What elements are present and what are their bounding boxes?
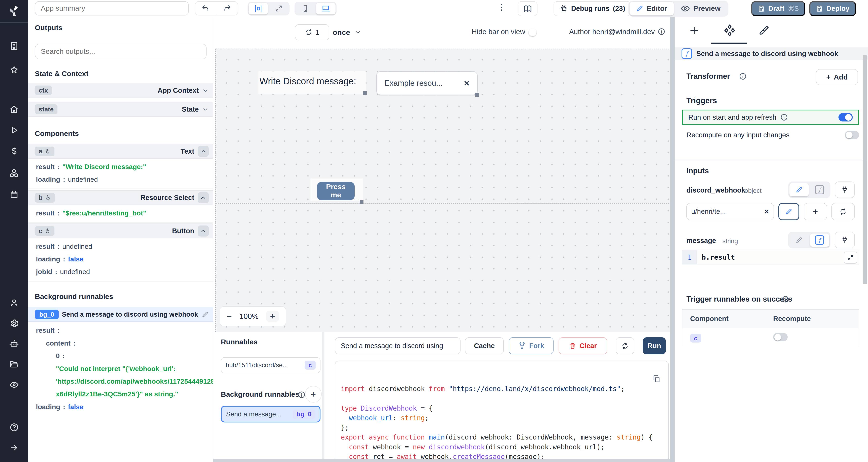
output-kv-row[interactable]: "Could not interpret "{'webhook_url': (28, 362, 213, 375)
expand-sidebar-icon[interactable] (9, 442, 19, 453)
tab-theme-icon[interactable] (759, 25, 769, 35)
draft-button[interactable]: Draft ⌘S (751, 1, 805, 16)
windmill-logo-icon[interactable] (6, 3, 23, 20)
msg-connect-button[interactable] (835, 232, 855, 249)
favorites-icon[interactable] (9, 65, 19, 75)
desktop-view-button[interactable] (316, 3, 335, 14)
dw-eval-mode-button[interactable]: ƒ (810, 183, 829, 196)
edit-resource-button[interactable] (778, 203, 800, 220)
code-editor[interactable]: import discordwebhook from "https://deno… (335, 361, 669, 462)
resource-select-component[interactable]: Example resou... × (376, 71, 477, 95)
add-transformer-button[interactable]: +Add (816, 69, 858, 85)
press-me-button[interactable]: Press me (317, 182, 354, 200)
output-kv-row[interactable]: result:undefined (28, 240, 213, 253)
more-menu-button[interactable]: ⋮ (496, 2, 507, 14)
users-icon[interactable] (9, 298, 19, 308)
tab-insert-icon[interactable] (689, 26, 699, 36)
runs-icon[interactable] (9, 125, 19, 135)
schedule-dropdown[interactable]: once (333, 24, 361, 40)
tab-editor[interactable]: Editor (629, 2, 674, 15)
full-width-button[interactable] (269, 3, 288, 14)
resize-handle[interactable] (363, 91, 367, 95)
undo-button[interactable] (195, 1, 216, 16)
copy-code-icon[interactable] (652, 375, 660, 383)
panel-splitter[interactable] (670, 17, 675, 462)
output-row-bg0[interactable]: bg_0 Send a message to discord using web… (28, 307, 213, 322)
tab-preview[interactable]: Preview (674, 2, 727, 15)
collapse-c-button[interactable] (198, 226, 209, 236)
clear-button[interactable]: Clear (559, 337, 607, 354)
settings-icon[interactable] (9, 318, 19, 328)
add-background-runnable-button[interactable]: + (305, 386, 322, 403)
deploy-button[interactable]: Deploy (809, 1, 856, 16)
chevron-down-icon[interactable] (202, 87, 209, 94)
info-icon[interactable] (739, 72, 747, 80)
output-kv-row[interactable]: 'https://discord.com/api/webhooks/117254… (28, 375, 213, 388)
home-icon[interactable] (9, 104, 19, 114)
output-row-ctx[interactable]: ctx App Context (28, 83, 213, 98)
runnable-name-input[interactable] (335, 337, 461, 354)
message-expression-editor[interactable]: 1 b.result (682, 250, 859, 264)
row-recompute-toggle[interactable] (773, 333, 787, 341)
resources-icon[interactable] (9, 168, 19, 179)
info-icon[interactable] (782, 295, 789, 303)
msg-static-mode-button[interactable] (789, 233, 809, 247)
refresh-count-button[interactable]: 1 (295, 24, 329, 40)
chevron-down-icon[interactable] (202, 106, 209, 113)
panel-divider[interactable] (322, 332, 324, 462)
output-kv-row[interactable]: loading:false (28, 253, 213, 265)
output-kv-row[interactable]: loading:undefined (28, 173, 213, 186)
collapse-b-button[interactable] (198, 192, 209, 203)
edit-icon[interactable] (202, 311, 209, 318)
text-component[interactable]: Write Discord message: (258, 71, 366, 95)
fork-button[interactable]: Fork (509, 337, 554, 354)
info-icon[interactable] (780, 113, 788, 121)
output-kv-row[interactable]: x6dRlyll2z1Be-3QC5m25'}" as string." (28, 388, 213, 400)
center-content-button[interactable] (249, 3, 268, 14)
resize-handle[interactable] (360, 200, 364, 204)
background-runnable-item-selected[interactable]: Send a message... bg_0 (221, 406, 320, 423)
output-kv-row[interactable]: jobId:undefined (28, 265, 213, 278)
refresh-runnable-button[interactable] (616, 337, 634, 354)
search-outputs-input[interactable] (35, 44, 207, 59)
recompute-any-toggle[interactable] (845, 131, 859, 139)
app-summary-input[interactable] (35, 1, 189, 16)
resize-handle[interactable] (475, 93, 479, 97)
output-kv-row[interactable]: content: (28, 337, 213, 350)
msg-eval-mode-button[interactable]: ƒ (810, 233, 829, 247)
clear-resource-icon[interactable]: × (764, 207, 769, 216)
folders-icon[interactable] (9, 359, 19, 369)
output-kv-row[interactable]: result:"Write Discord message:" (28, 160, 213, 173)
scrollbar-thumb[interactable] (863, 56, 867, 284)
help-icon[interactable] (9, 422, 19, 432)
app-canvas[interactable]: Write Discord message: Example resou... … (215, 48, 671, 332)
output-kv-row[interactable]: loading:false (28, 401, 213, 413)
output-kv-row[interactable]: result: (28, 324, 213, 337)
cache-button[interactable]: Cache (465, 337, 504, 354)
workspace-icon[interactable] (9, 41, 19, 52)
debug-runs-button[interactable]: Debug runs (23) (554, 1, 631, 16)
runnable-item[interactable]: hub/1511/discord/se... c (221, 357, 320, 373)
mobile-view-button[interactable] (296, 3, 315, 14)
zoom-out-button[interactable]: − (227, 311, 232, 321)
output-row-state[interactable]: state State (28, 102, 213, 117)
resource-value-box[interactable]: u/henri/te... × (686, 203, 774, 220)
zoom-in-button[interactable]: + (266, 310, 279, 322)
schedules-icon[interactable] (9, 189, 19, 200)
tab-settings-icon[interactable] (723, 24, 736, 37)
output-row-component-a[interactable]: a Text (28, 144, 213, 159)
redo-button[interactable] (216, 1, 238, 16)
dw-connect-button[interactable] (835, 182, 855, 198)
run-button[interactable]: Run (643, 337, 666, 354)
reload-resource-button[interactable] (831, 203, 855, 220)
dw-static-mode-button[interactable] (789, 183, 809, 196)
run-on-start-toggle[interactable] (838, 113, 853, 121)
docs-button[interactable] (518, 1, 537, 16)
output-row-component-b[interactable]: b Resource Select (28, 190, 213, 205)
workers-icon[interactable] (9, 338, 19, 349)
collapse-a-button[interactable] (198, 146, 209, 157)
audit-logs-icon[interactable] (9, 380, 19, 390)
create-resource-button[interactable]: + (804, 203, 827, 220)
expand-editor-button[interactable] (844, 252, 857, 264)
variables-icon[interactable] (9, 146, 19, 156)
